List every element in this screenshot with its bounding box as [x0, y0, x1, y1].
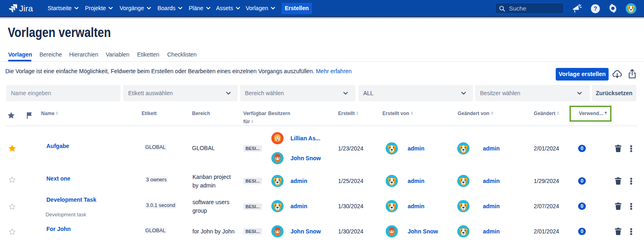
svg-text:?: ?	[594, 5, 597, 12]
